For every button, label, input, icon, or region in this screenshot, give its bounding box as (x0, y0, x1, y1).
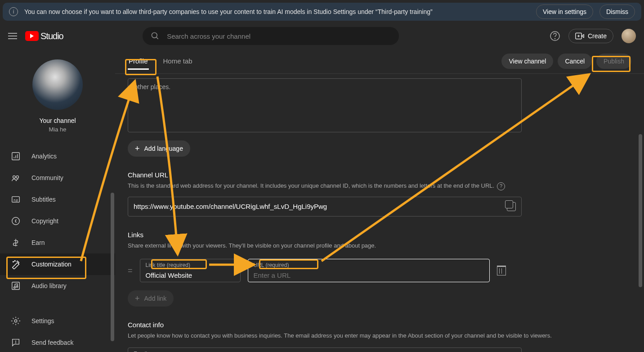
sidebar-item-copyright[interactable]: Copyright (0, 210, 115, 232)
earn-icon (11, 238, 21, 248)
link-url-input[interactable] (254, 271, 484, 279)
view-channel-button[interactable]: View channel (501, 54, 553, 69)
svg-point-3 (555, 39, 555, 39)
sidebar-item-subtitles[interactable]: Subtitles (0, 189, 115, 210)
view-in-settings-button[interactable]: View in settings (536, 5, 593, 19)
tab-profile[interactable]: Profile (128, 54, 149, 68)
subtitles-icon (11, 194, 21, 204)
create-icon (575, 32, 584, 40)
sidebar-item-analytics[interactable]: Analytics (0, 145, 115, 167)
cancel-button[interactable]: Cancel (558, 54, 592, 69)
analytics-icon (11, 151, 21, 161)
sidebar-item-customization[interactable]: Customization (0, 253, 115, 275)
add-language-button[interactable]: +Add language (128, 140, 190, 157)
link-title-field[interactable]: Link title (required) (140, 259, 241, 282)
dismiss-button[interactable]: Dismiss (599, 5, 635, 19)
copyright-icon (11, 216, 21, 226)
nav-label: Community (31, 174, 63, 181)
channel-name: Mia he (49, 126, 66, 133)
svg-point-0 (152, 33, 157, 38)
svg-point-6 (13, 176, 15, 178)
help-icon[interactable]: ? (497, 182, 505, 190)
search-bar[interactable] (143, 27, 399, 45)
svg-point-13 (13, 287, 15, 289)
nav-label: Analytics (31, 153, 57, 160)
channel-url-sub: This is the standard web address for you… (128, 182, 494, 189)
sidebar: Your channel Mia he Analytics Community … (0, 49, 115, 352)
sidebar-item-community[interactable]: Community (0, 167, 115, 189)
link-title-input[interactable] (146, 271, 235, 279)
channel-url-value: https://www.youtube.com/channel/UCRigLwh… (134, 203, 507, 210)
nav-label: Subtitles (31, 196, 56, 203)
email-field[interactable]: Email (128, 347, 522, 352)
publish-button[interactable]: Publish (596, 54, 631, 69)
svg-point-15 (14, 320, 17, 322)
copy-icon[interactable] (507, 202, 516, 211)
drag-handle-icon[interactable]: = (128, 266, 133, 275)
link-title-label: Link title (required) (146, 262, 190, 268)
community-icon (11, 173, 21, 183)
channel-url-section: Channel URL This is the standard web add… (128, 171, 631, 217)
delete-icon[interactable] (497, 266, 506, 275)
channel-header: Your channel Mia he (0, 49, 115, 141)
studio-logo[interactable]: Studio (25, 31, 63, 41)
nav-label: Settings (31, 317, 54, 325)
add-link-label: Add link (144, 295, 167, 302)
sidebar-scrollbar[interactable] (111, 193, 114, 341)
svg-point-11 (14, 261, 15, 262)
nav-label: Customization (31, 261, 72, 268)
plus-icon: + (135, 294, 140, 302)
banner-message: You can now choose if you want to allow … (24, 8, 530, 15)
channel-url-title: Channel URL (128, 171, 631, 179)
svg-rect-8 (12, 197, 20, 203)
svg-point-16 (16, 343, 16, 343)
channel-url-field: https://www.youtube.com/channel/UCRigLwh… (128, 197, 522, 217)
logo-text: Studio (40, 31, 63, 41)
nav-label: Audio library (31, 282, 67, 289)
svg-point-7 (16, 176, 18, 178)
search-icon (151, 32, 160, 41)
add-link-button: +Add link (128, 290, 174, 307)
contact-section: Contact info Let people know how to cont… (128, 321, 631, 352)
create-label: Create (588, 32, 607, 40)
tab-home[interactable]: Home tab (162, 54, 193, 68)
info-icon: i (9, 7, 18, 16)
menu-icon[interactable] (8, 33, 17, 39)
description-textarea[interactable]: other places. (128, 78, 522, 132)
sidebar-item-audio[interactable]: Audio library (0, 275, 115, 297)
tab-bar: Profile Home tab View channel Cancel Pub… (115, 49, 644, 74)
nav-label: Send feedback (31, 339, 73, 346)
help-icon[interactable] (550, 31, 560, 41)
svg-rect-12 (12, 282, 20, 290)
links-title: Links (128, 231, 631, 239)
link-item: = Link title (required) URL (required) (128, 259, 631, 282)
sidebar-item-settings[interactable]: Settings (0, 310, 115, 332)
create-button[interactable]: Create (568, 29, 613, 43)
nav-label: Earn (31, 239, 45, 246)
your-channel-label: Your channel (39, 117, 76, 124)
links-section: Links Share external links with your vie… (128, 231, 631, 307)
customization-icon (11, 259, 21, 269)
feedback-icon (11, 338, 21, 347)
settings-icon (11, 316, 21, 326)
play-icon (25, 31, 39, 41)
links-sub: Share external links with your viewers. … (128, 241, 631, 250)
contact-title: Contact info (128, 321, 631, 329)
channel-avatar[interactable] (32, 59, 83, 110)
content-scrollbar[interactable] (639, 134, 642, 287)
account-avatar[interactable] (622, 29, 636, 43)
svg-point-10 (13, 262, 14, 262)
svg-point-9 (12, 217, 20, 225)
link-url-field[interactable]: URL (required) (248, 259, 490, 282)
app-header: Studio Create (0, 23, 644, 49)
audio-icon (11, 281, 21, 291)
contact-sub: Let people know how to contact you with … (128, 331, 631, 340)
search-input[interactable] (167, 32, 391, 40)
svg-point-14 (16, 286, 18, 288)
content-scroll[interactable]: other places. +Add language Channel URL … (115, 74, 644, 352)
sidebar-item-earn[interactable]: Earn (0, 232, 115, 253)
content-area: Profile Home tab View channel Cancel Pub… (115, 49, 644, 352)
link-url-label: URL (required) (254, 262, 289, 268)
sidebar-item-feedback[interactable]: Send feedback (0, 332, 115, 352)
nav-label: Copyright (31, 217, 58, 225)
